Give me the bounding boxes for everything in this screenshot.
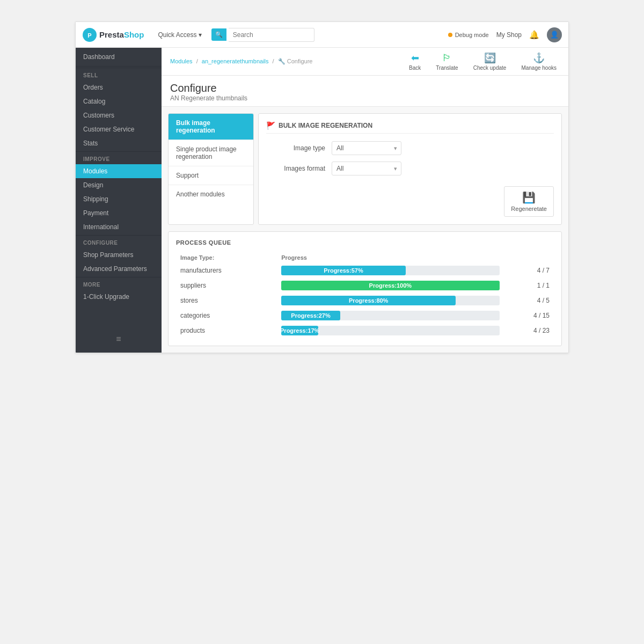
progress-bar-bg: Progress:100% (281, 281, 499, 290)
sidebar-section-more: MORE (76, 277, 162, 290)
sidebar-item-international[interactable]: International (76, 220, 162, 234)
queue-row-name: suppliers (176, 278, 277, 293)
check-update-icon: 🔄 (484, 52, 496, 64)
image-type-label: Image type (266, 144, 325, 152)
progress-label: Progress:80% (349, 297, 388, 304)
process-queue: PROCESS QUEUE Image Type: Progress manuf… (168, 231, 562, 346)
images-format-label: Images format (266, 165, 325, 172)
debug-mode: Debug mode (448, 32, 489, 38)
back-button[interactable]: ⬅ Back (406, 51, 424, 72)
queue-row-count: 1 / 1 (504, 278, 554, 293)
queue-row: stores Progress:80% 4 / 5 (176, 293, 554, 308)
progress-label: Progress:27% (291, 312, 330, 319)
breadcrumb: Modules / an_regeneratethumbnails / 🔧 Co… (170, 58, 312, 65)
progress-label: Progress:17% (280, 327, 319, 334)
breadcrumb-modules-link[interactable]: Modules (170, 58, 193, 64)
images-format-row: Images format All JPG PNG GIF WEBP (266, 162, 554, 175)
check-update-label: Check update (473, 65, 507, 71)
progress-bar-bg: Progress:57% (281, 266, 499, 275)
content-area: Modules / an_regeneratethumbnails / 🔧 Co… (162, 48, 568, 353)
debug-mode-label: Debug mode (455, 32, 489, 38)
progress-bar-fill: Progress:100% (281, 281, 499, 290)
queue-row-progress-cell: Progress:100% (277, 278, 503, 293)
bell-icon[interactable]: 🔔 (529, 30, 539, 40)
tab-support[interactable]: Support (169, 166, 253, 185)
queue-row: manufacturers Progress:57% 4 / 7 (176, 263, 554, 278)
manage-hooks-button[interactable]: ⚓ Manage hooks (518, 51, 560, 72)
flag-icon: 🚩 (266, 121, 275, 130)
sidebar-item-payment[interactable]: Payment (76, 206, 162, 220)
translate-icon: 🏳 (442, 53, 452, 64)
progress-label: Progress:57% (324, 267, 363, 274)
translate-button[interactable]: 🏳 Translate (433, 52, 461, 72)
image-type-select-wrapper: All Product Category Manufacturer Suppli… (332, 141, 401, 155)
sidebar-item-orders[interactable]: Orders (76, 80, 162, 94)
avatar[interactable]: 👤 (547, 27, 562, 42)
queue-row-progress-cell: Progress:27% (277, 308, 503, 323)
save-icon: 💾 (522, 191, 536, 204)
search-magnifier-button[interactable]: 🔍 (211, 28, 226, 41)
tab-another-modules[interactable]: Another modules (169, 185, 253, 203)
queue-row: categories Progress:27% 4 / 15 (176, 308, 554, 323)
logo: P PrestaShop (82, 27, 144, 42)
breadcrumb-bar: Modules / an_regeneratethumbnails / 🔧 Co… (162, 48, 568, 76)
main-layout: Dashboard SELL Orders Catalog Customers … (76, 48, 568, 353)
quick-access-button[interactable]: Quick Access ▾ (155, 29, 204, 41)
sidebar-item-modules[interactable]: Modules (76, 164, 162, 178)
col-count (504, 252, 554, 263)
right-panel: 🚩 BULK IMAGE REGENERATION Image type All… (258, 113, 562, 225)
progress-bar-bg: Progress:80% (281, 296, 499, 305)
queue-row-count: 4 / 23 (504, 323, 554, 338)
sidebar-collapse-button[interactable]: ≡ (76, 330, 162, 348)
check-update-button[interactable]: 🔄 Check update (470, 51, 510, 72)
sidebar-item-shipping[interactable]: Shipping (76, 192, 162, 206)
sidebar-section-configure: CONFIGURE (76, 235, 162, 248)
queue-row-progress-cell: Progress:17% (277, 323, 503, 338)
page-header: Configure AN Regenerate thumbnails (162, 76, 568, 107)
regenerate-button[interactable]: 💾 Regeneretate (504, 186, 554, 217)
debug-dot (448, 33, 452, 37)
sidebar-item-design[interactable]: Design (76, 178, 162, 192)
search-input[interactable] (229, 28, 314, 42)
tab-single-product-image-regeneration[interactable]: Single product image regeneration (169, 140, 253, 166)
myshop-link[interactable]: My Shop (496, 31, 522, 39)
queue-row-name: stores (176, 293, 277, 308)
progress-bar-fill: Progress:17% (281, 326, 318, 335)
sidebar-item-catalog[interactable]: Catalog (76, 94, 162, 108)
sidebar-item-advanced-parameters[interactable]: Advanced Parameters (76, 262, 162, 276)
back-label: Back (409, 65, 421, 71)
images-format-select[interactable]: All JPG PNG GIF WEBP (332, 162, 401, 175)
svg-text:P: P (87, 32, 91, 39)
queue-row: suppliers Progress:100% 1 / 1 (176, 278, 554, 293)
logo-icon: P (82, 27, 97, 42)
translate-label: Translate (436, 65, 458, 71)
sidebar-item-1click-upgrade[interactable]: 1-Click Upgrade (76, 290, 162, 304)
col-progress: Progress (277, 252, 503, 263)
sidebar-item-dashboard[interactable]: Dashboard (76, 48, 162, 67)
sidebar-item-stats[interactable]: Stats (76, 136, 162, 150)
logo-text: PrestaShop (99, 30, 144, 39)
col-image-type: Image Type: (176, 252, 277, 263)
progress-bar-fill: Progress:80% (281, 296, 456, 305)
tab-bulk-image-regeneration[interactable]: Bulk image regeneration (169, 114, 253, 140)
queue-row-progress-cell: Progress:57% (277, 263, 503, 278)
image-type-row: Image type All Product Category Manufact… (266, 141, 554, 155)
queue-row-count: 4 / 7 (504, 263, 554, 278)
panel-section-title: 🚩 BULK IMAGE REGENERATION (266, 121, 554, 134)
queue-row-name: categories (176, 308, 277, 323)
manage-hooks-icon: ⚓ (533, 52, 545, 64)
sidebar-item-customers[interactable]: Customers (76, 108, 162, 122)
breadcrumb-regenerate-link[interactable]: an_regeneratethumbnails (202, 58, 269, 64)
queue-row-progress-cell: Progress:80% (277, 293, 503, 308)
page-actions: ⬅ Back 🏳 Translate 🔄 Check update ⚓ (406, 51, 560, 72)
image-type-select[interactable]: All Product Category Manufacturer Suppli… (332, 141, 401, 155)
sidebar-section-sell: SELL (76, 68, 162, 80)
sidebar-item-shop-parameters[interactable]: Shop Parameters (76, 248, 162, 262)
queue-row-count: 4 / 15 (504, 308, 554, 323)
sidebar-item-customer-service[interactable]: Customer Service (76, 122, 162, 136)
page-subtitle: AN Regenerate thumbnails (170, 94, 560, 102)
regenerate-btn-area: 💾 Regeneretate (266, 182, 554, 217)
progress-bar-fill: Progress:27% (281, 311, 340, 320)
progress-bar-bg: Progress:27% (281, 311, 499, 320)
progress-bar-fill: Progress:57% (281, 266, 406, 275)
